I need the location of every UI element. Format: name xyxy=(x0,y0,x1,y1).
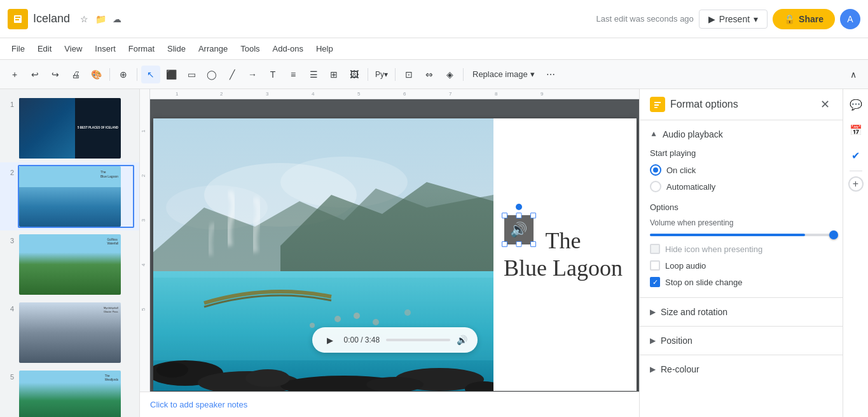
undo-button[interactable]: ↩ xyxy=(25,66,45,83)
volume-button[interactable]: 🔊 xyxy=(457,335,467,345)
line-button[interactable]: ╱ xyxy=(223,66,242,83)
border-button[interactable]: ◈ xyxy=(440,66,459,83)
reflect-button[interactable]: ⇔ xyxy=(420,66,439,83)
radio-automatically[interactable]: Automatically xyxy=(650,181,832,192)
toolbar: + ↩ ↪ 🖨 🎨 ⊕ ↖ ⬛ ▭ ◯ ╱ → T ≡ ☰ ⊞ 🖼 Py▾ ⊡ … xyxy=(0,60,868,89)
slide-thumb-content-5: TheWestfjords xyxy=(19,371,121,417)
rect-button[interactable]: ▭ xyxy=(182,66,201,83)
chat-icon[interactable]: 💬 xyxy=(846,94,866,115)
checkbox-hide-icon[interactable]: Hide icon when presenting xyxy=(650,244,832,254)
toolbar-separator-5 xyxy=(463,68,464,81)
volume-track[interactable] xyxy=(650,234,832,236)
more-options-button[interactable]: ⋯ xyxy=(541,66,560,83)
menu-slide[interactable]: Slide xyxy=(161,41,192,56)
redo-button[interactable]: ↪ xyxy=(46,66,65,83)
slide-thumbbox-5: TheWestfjords xyxy=(19,371,121,417)
slide-thumbbox-2: TheBlue Lagoon xyxy=(19,166,121,227)
recolour-header[interactable]: ▶ Re-colour xyxy=(640,355,843,383)
share-button[interactable]: 🔒 Share xyxy=(773,9,835,29)
add-button[interactable]: + xyxy=(5,66,24,83)
radio-group-start-playing: On click Automatically xyxy=(650,164,832,192)
slide-thumbbox-4: MyrdalsjokullGlacier Pass xyxy=(19,302,121,363)
menu-tools[interactable]: Tools xyxy=(234,41,266,56)
menu-edit[interactable]: Edit xyxy=(31,41,58,56)
text-button[interactable]: T xyxy=(263,66,282,83)
slides-panel: 1 5 BEST PLACES OF ICELAND 2 xyxy=(0,89,140,417)
slide-num-4: 4 xyxy=(5,305,14,313)
menu-addons[interactable]: Add-ons xyxy=(266,41,310,56)
speaker-notes[interactable]: Click to add speaker notes xyxy=(140,392,639,417)
circle-button[interactable]: ◯ xyxy=(202,66,221,83)
present-button[interactable]: ▶ Present ▾ xyxy=(699,10,768,29)
align-button[interactable]: ≡ xyxy=(284,66,303,83)
checkmark-circle-icon[interactable]: ✔ xyxy=(846,145,866,166)
position-section: ▶ Position xyxy=(640,326,843,355)
add-panel-button[interactable]: + xyxy=(848,176,864,192)
radio-on-click-circle xyxy=(650,164,661,176)
paint-format-button[interactable]: 🎨 xyxy=(86,66,106,83)
svg-point-32 xyxy=(156,362,188,378)
menu-file[interactable]: File xyxy=(5,41,31,56)
play-button[interactable]: ▶ xyxy=(322,332,338,348)
star-icon[interactable]: ☆ xyxy=(78,13,90,25)
slide-item-3[interactable]: 3 GullfossWaterfall xyxy=(0,230,139,299)
slide-item-4[interactable]: 4 MyrdalsjokullGlacier Pass xyxy=(0,299,139,367)
app-icon xyxy=(8,9,28,29)
size-rotation-header[interactable]: ▶ Size and rotation xyxy=(640,298,843,326)
replace-image-button[interactable]: Replace image ▾ xyxy=(467,67,540,81)
ruler-corner xyxy=(140,89,150,99)
selection-handle-tl xyxy=(502,213,507,218)
insert-image-button[interactable]: 🖼 xyxy=(345,66,364,83)
cloud-icon[interactable]: ☁ xyxy=(111,13,123,25)
audio-playback-header[interactable]: ▼ Audio playback xyxy=(640,120,843,148)
select-button[interactable]: ↖ xyxy=(141,66,160,83)
speaker-notes-text[interactable]: Click to add speaker notes xyxy=(150,400,247,409)
slide-thumb-txt-1: 5 BEST PLACES OF ICELAND xyxy=(75,98,121,159)
slide-canvas[interactable]: The Blue Lagoon 🔊 xyxy=(153,118,637,391)
text-style-button[interactable]: Py▾ xyxy=(372,66,391,83)
audio-icon-container[interactable]: 🔊 xyxy=(504,215,534,244)
audio-player: ▶ 0:00 / 3:48 🔊 xyxy=(312,327,478,353)
zoom-button[interactable]: ⊕ xyxy=(114,66,133,83)
menu-format[interactable]: Format xyxy=(122,41,161,56)
menu-insert[interactable]: Insert xyxy=(88,41,122,56)
position-header[interactable]: ▶ Position xyxy=(640,327,843,355)
menu-help[interactable]: Help xyxy=(310,41,340,56)
list-button[interactable]: ☰ xyxy=(304,66,323,83)
crop-button[interactable]: ⊡ xyxy=(399,66,418,83)
progress-bar[interactable] xyxy=(386,339,450,341)
radio-automatically-label: Automatically xyxy=(666,182,715,192)
slide-item-1[interactable]: 1 5 BEST PLACES OF ICELAND xyxy=(0,94,139,162)
menu-view[interactable]: View xyxy=(58,41,88,56)
avatar-initials: A xyxy=(847,14,853,24)
audio-playback-section: ▼ Audio playback Start playing On click xyxy=(640,120,843,297)
slide-item-2[interactable]: 2 TheBlue Lagoon xyxy=(0,162,139,230)
calendar-icon[interactable]: 📅 xyxy=(846,120,866,140)
radio-on-click[interactable]: On click xyxy=(650,164,832,176)
recolour-section: ▶ Re-colour xyxy=(640,355,843,383)
present-dropdown-icon: ▾ xyxy=(754,14,758,24)
svg-text:3: 3 xyxy=(141,218,146,222)
collapse-toolbar-button[interactable]: ∧ xyxy=(844,66,863,83)
volume-thumb[interactable] xyxy=(829,230,838,239)
print-button[interactable]: 🖨 xyxy=(66,66,85,83)
volume-slider-container xyxy=(650,234,832,236)
svg-point-33 xyxy=(245,369,290,387)
rotation-handle[interactable] xyxy=(516,204,522,210)
checkbox-stop-on-change[interactable]: ✓ Stop on slide change xyxy=(650,277,832,287)
menu-arrange[interactable]: Arrange xyxy=(192,41,234,56)
svg-text:4: 4 xyxy=(141,263,146,266)
checkbox-loop-audio[interactable]: Loop audio xyxy=(650,260,832,271)
avatar[interactable]: A xyxy=(840,9,860,29)
last-edit-text: Last edit was seconds ago xyxy=(596,14,694,24)
menu-bar: File Edit View Insert Format Slide Arran… xyxy=(0,38,868,60)
shape-button[interactable]: ⬛ xyxy=(162,66,181,83)
selection-handle-bl xyxy=(502,241,507,247)
slide-item-5[interactable]: 5 TheWestfjords xyxy=(0,367,139,417)
app-title: Iceland xyxy=(33,12,70,25)
grid-button[interactable]: ⊞ xyxy=(324,66,343,83)
close-format-panel-button[interactable]: ✕ xyxy=(817,97,832,112)
format-panel-header: Format options ✕ xyxy=(640,89,843,120)
arrow-button[interactable]: → xyxy=(243,66,262,83)
folder-icon[interactable]: 📁 xyxy=(94,13,107,25)
